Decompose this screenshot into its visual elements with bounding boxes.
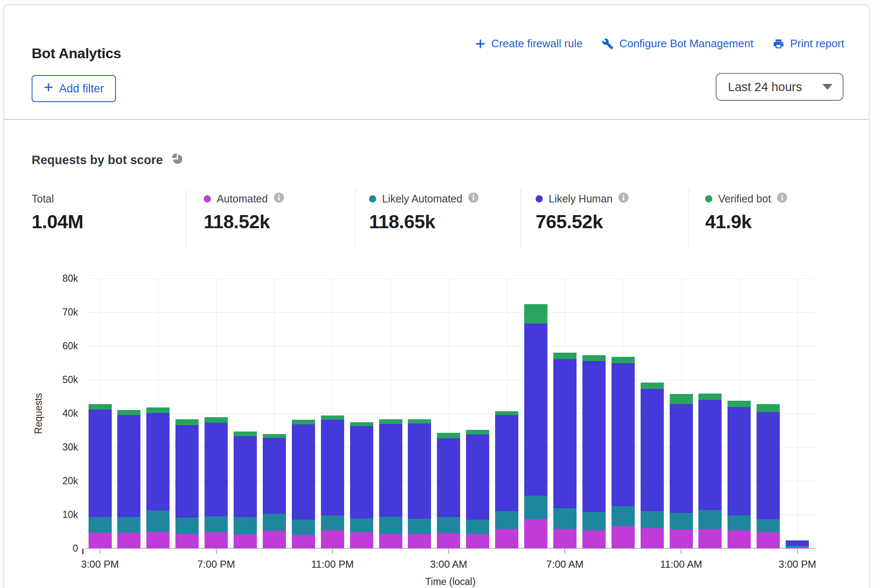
legend-dot-automated <box>204 195 211 202</box>
info-icon[interactable] <box>618 192 629 205</box>
bar-3-00-pm-24[interactable] <box>786 278 809 548</box>
print-report-link[interactable]: Print report <box>773 37 844 50</box>
stat-automated-value: 118.52k <box>204 211 284 233</box>
bar-segment-likely-human <box>205 423 228 516</box>
x-axis-tick-label: 7:00 AM <box>527 558 603 570</box>
bar-segment-likely-automated <box>379 517 402 534</box>
bar-segment-likely-human <box>117 415 140 517</box>
bar-segment-automated <box>379 534 402 548</box>
bar-12-00-pm-21[interactable] <box>698 278 722 548</box>
bar-segment-likely-human <box>175 425 199 518</box>
stat-divider <box>520 189 521 248</box>
x-axis-tick-label: 11:00 PM <box>294 558 370 570</box>
bar-segment-likely-automated <box>524 496 547 519</box>
bar-segment-automated <box>786 547 809 548</box>
bar-6-00-am-15[interactable] <box>524 278 547 548</box>
bar-segment-verified-bot <box>495 411 518 415</box>
bar-8-00-am-17[interactable] <box>582 278 606 548</box>
bar-9-00-pm[interactable] <box>263 278 286 548</box>
bar-segment-verified-bot <box>582 355 606 361</box>
bar-segment-automated <box>321 530 344 548</box>
create-firewall-rule-link[interactable]: Create firewall rule <box>475 37 583 50</box>
bar-segment-likely-human <box>786 541 809 546</box>
bar-segment-likely-human <box>495 415 518 511</box>
bar-4-00-am-13[interactable] <box>466 278 489 548</box>
x-axis-tick <box>448 549 449 554</box>
bar-3-00-am-12[interactable] <box>437 278 460 548</box>
x-axis-tick-label: 3:00 AM <box>411 558 487 570</box>
printer-icon <box>773 38 784 50</box>
bar-segment-verified-bot <box>641 383 664 389</box>
bar-10-00-am-19[interactable] <box>641 278 664 548</box>
bar-segment-verified-bot <box>379 419 402 424</box>
bar-segment-likely-automated <box>146 510 170 531</box>
info-icon[interactable] <box>274 192 284 205</box>
add-filter-button[interactable]: Add filter <box>32 75 116 102</box>
y-axis-tick-label: 70k <box>47 306 78 318</box>
bar-segment-likely-automated <box>553 508 577 529</box>
bar-segment-likely-automated <box>728 515 751 530</box>
bar-12-00-am[interactable] <box>350 278 373 548</box>
bar-7-00-pm[interactable] <box>205 278 228 548</box>
bar-segment-automated <box>553 529 577 548</box>
bar-segment-automated <box>582 530 606 548</box>
pie-chart-icon <box>171 153 184 167</box>
info-icon[interactable] <box>777 192 787 205</box>
bar-8-00-pm[interactable] <box>234 278 257 548</box>
bar-segment-automated <box>698 529 722 548</box>
y-axis-tick-label: 50k <box>47 374 78 386</box>
bar-segment-automated <box>175 534 199 548</box>
bar-3-00-pm[interactable] <box>89 278 112 548</box>
legend-dot-verified-bot <box>705 195 712 202</box>
bar-segment-likely-human <box>757 412 780 519</box>
stat-divider <box>355 189 356 248</box>
bar-segment-likely-automated <box>205 516 228 532</box>
requests-by-bot-score-chart: Requests Time (local) 010k20k30k40k50k60… <box>86 278 815 548</box>
section-title-row: Requests by bot score <box>32 153 184 167</box>
bar-2-00-am[interactable] <box>408 278 431 548</box>
bar-segment-verified-bot <box>321 415 344 420</box>
plus-icon <box>43 82 54 95</box>
bar-5-00-pm[interactable] <box>146 278 170 548</box>
bar-11-00-am-20[interactable] <box>670 278 693 548</box>
stat-likely-human-label: Likely Human <box>549 193 612 205</box>
y-axis-tick-label: 60k <box>47 340 78 352</box>
bar-segment-verified-bot <box>146 407 170 413</box>
wrench-icon <box>602 38 614 50</box>
bar-4-00-pm[interactable] <box>117 278 140 548</box>
bar-9-00-am-18[interactable] <box>612 278 635 548</box>
bar-segment-verified-bot <box>408 419 431 423</box>
bar-1-00-pm-22[interactable] <box>728 278 751 548</box>
bar-6-00-pm[interactable] <box>175 278 199 548</box>
x-axis-tick-label: 3:00 PM <box>760 558 835 570</box>
bar-segment-automated <box>757 532 780 548</box>
bar-segment-automated <box>350 532 373 548</box>
bar-7-00-am-16[interactable] <box>553 278 577 548</box>
bar-segment-verified-bot <box>117 410 140 415</box>
bar-10-00-pm[interactable] <box>292 278 315 548</box>
y-axis-tick-label: 30k <box>47 441 78 453</box>
stat-divider <box>186 189 186 248</box>
x-axis-tick <box>332 549 333 554</box>
bar-segment-likely-automated <box>117 517 140 533</box>
bar-segment-likely-human <box>379 424 402 517</box>
bar-11-00-pm[interactable] <box>321 278 344 548</box>
time-range-select[interactable]: Last 24 hours <box>716 73 843 101</box>
bar-5-00-am-14[interactable] <box>495 278 518 548</box>
y-axis-tick-label: 40k <box>47 407 78 419</box>
bar-1-00-am[interactable] <box>379 278 402 548</box>
bar-2-00-pm-23[interactable] <box>757 278 780 548</box>
y-axis-title: Requests <box>30 278 48 548</box>
bar-segment-automated <box>146 532 170 548</box>
bar-segment-verified-bot <box>292 420 315 424</box>
bar-segment-likely-human <box>466 434 489 520</box>
page-title: Bot Analytics <box>32 45 121 62</box>
bar-segment-verified-bot <box>263 434 286 438</box>
chevron-down-icon <box>822 84 833 90</box>
bar-segment-verified-bot <box>205 417 228 423</box>
y-axis-tick-label: 20k <box>47 475 78 487</box>
configure-bot-management-link[interactable]: Configure Bot Management <box>602 37 753 50</box>
stat-verified-bot-label: Verified bot <box>718 193 771 205</box>
info-icon[interactable] <box>468 192 479 205</box>
y-axis-tick-label: 10k <box>47 509 78 521</box>
